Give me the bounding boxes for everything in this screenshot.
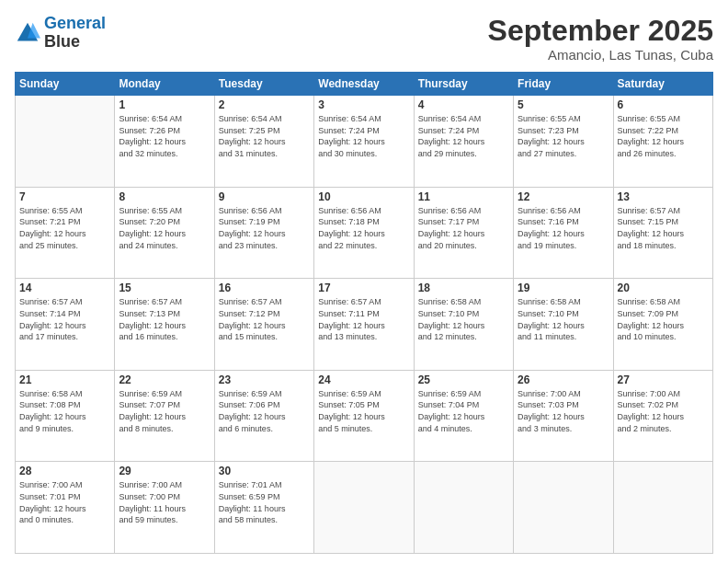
day-info: Sunrise: 7:00 AM Sunset: 7:00 PM Dayligh…	[119, 479, 210, 525]
day-info: Sunrise: 7:00 AM Sunset: 7:01 PM Dayligh…	[19, 479, 110, 525]
day-number: 22	[119, 373, 210, 386]
day-number: 29	[119, 465, 210, 477]
calendar-cell: 3Sunrise: 6:54 AM Sunset: 7:24 PM Daylig…	[314, 96, 414, 188]
calendar-cell: 23Sunrise: 6:59 AM Sunset: 7:06 PM Dayli…	[214, 370, 313, 462]
day-info: Sunrise: 6:58 AM Sunset: 7:09 PM Dayligh…	[618, 296, 709, 342]
day-number: 3	[318, 98, 409, 111]
calendar-week-row: 21Sunrise: 6:58 AM Sunset: 7:08 PM Dayli…	[16, 370, 713, 462]
day-info: Sunrise: 6:55 AM Sunset: 7:20 PM Dayligh…	[119, 205, 210, 251]
calendar-cell: 12Sunrise: 6:56 AM Sunset: 7:16 PM Dayli…	[514, 187, 613, 279]
calendar-cell: 6Sunrise: 6:55 AM Sunset: 7:22 PM Daylig…	[613, 96, 712, 188]
calendar-cell: 13Sunrise: 6:57 AM Sunset: 7:15 PM Dayli…	[613, 187, 712, 279]
day-number: 25	[418, 373, 509, 386]
calendar-cell	[16, 96, 115, 188]
day-number: 23	[219, 373, 310, 386]
logo: General Blue	[15, 15, 106, 52]
day-number: 20	[618, 282, 709, 294]
calendar-cell: 24Sunrise: 6:59 AM Sunset: 7:05 PM Dayli…	[314, 370, 414, 462]
day-number: 19	[518, 282, 609, 294]
day-info: Sunrise: 6:58 AM Sunset: 7:10 PM Dayligh…	[418, 296, 509, 342]
calendar-week-row: 14Sunrise: 6:57 AM Sunset: 7:14 PM Dayli…	[16, 279, 713, 371]
calendar-cell	[514, 462, 613, 554]
calendar-week-row: 28Sunrise: 7:00 AM Sunset: 7:01 PM Dayli…	[16, 462, 713, 554]
logo-line2: Blue	[44, 33, 106, 52]
day-number: 9	[219, 190, 310, 203]
day-number: 2	[219, 98, 310, 111]
day-info: Sunrise: 6:57 AM Sunset: 7:12 PM Dayligh…	[219, 296, 310, 342]
logo-text: General Blue	[44, 15, 106, 52]
calendar-cell: 8Sunrise: 6:55 AM Sunset: 7:20 PM Daylig…	[115, 187, 214, 279]
day-info: Sunrise: 6:59 AM Sunset: 7:04 PM Dayligh…	[418, 388, 509, 434]
calendar-header-row: SundayMondayTuesdayWednesdayThursdayFrid…	[16, 73, 713, 96]
day-number: 5	[518, 98, 609, 111]
day-number: 21	[19, 373, 110, 386]
calendar-cell: 19Sunrise: 6:58 AM Sunset: 7:10 PM Dayli…	[514, 279, 613, 371]
day-number: 28	[19, 465, 110, 477]
day-info: Sunrise: 6:54 AM Sunset: 7:25 PM Dayligh…	[219, 113, 310, 159]
month-title: September 2025	[488, 15, 713, 47]
day-number: 8	[119, 190, 210, 203]
day-info: Sunrise: 6:56 AM Sunset: 7:16 PM Dayligh…	[518, 205, 609, 251]
calendar-cell: 14Sunrise: 6:57 AM Sunset: 7:14 PM Dayli…	[16, 279, 115, 371]
day-number: 18	[418, 282, 509, 294]
day-info: Sunrise: 6:55 AM Sunset: 7:21 PM Dayligh…	[19, 205, 110, 251]
calendar-cell: 17Sunrise: 6:57 AM Sunset: 7:11 PM Dayli…	[314, 279, 414, 371]
calendar-cell: 5Sunrise: 6:55 AM Sunset: 7:23 PM Daylig…	[514, 96, 613, 188]
day-info: Sunrise: 6:54 AM Sunset: 7:24 PM Dayligh…	[418, 113, 509, 159]
day-number: 12	[518, 190, 609, 203]
calendar-cell	[314, 462, 414, 554]
calendar-week-row: 1Sunrise: 6:54 AM Sunset: 7:26 PM Daylig…	[16, 96, 713, 188]
day-number: 16	[219, 282, 310, 294]
calendar-cell: 1Sunrise: 6:54 AM Sunset: 7:26 PM Daylig…	[115, 96, 214, 188]
day-number: 1	[119, 98, 210, 111]
day-info: Sunrise: 6:57 AM Sunset: 7:11 PM Dayligh…	[318, 296, 409, 342]
day-number: 26	[518, 373, 609, 386]
day-number: 7	[19, 190, 110, 203]
calendar-weekday-saturday: Saturday	[613, 73, 712, 96]
day-number: 6	[618, 98, 709, 111]
day-info: Sunrise: 6:56 AM Sunset: 7:18 PM Dayligh…	[318, 205, 409, 251]
calendar-cell: 10Sunrise: 6:56 AM Sunset: 7:18 PM Dayli…	[314, 187, 414, 279]
day-number: 17	[318, 282, 409, 294]
day-number: 27	[618, 373, 709, 386]
calendar-cell: 26Sunrise: 7:00 AM Sunset: 7:03 PM Dayli…	[514, 370, 613, 462]
calendar-weekday-monday: Monday	[115, 73, 214, 96]
logo-line1: General	[44, 14, 106, 32]
calendar-week-row: 7Sunrise: 6:55 AM Sunset: 7:21 PM Daylig…	[16, 187, 713, 279]
day-info: Sunrise: 6:57 AM Sunset: 7:13 PM Dayligh…	[119, 296, 210, 342]
calendar-cell: 25Sunrise: 6:59 AM Sunset: 7:04 PM Dayli…	[414, 370, 513, 462]
calendar-weekday-sunday: Sunday	[16, 73, 115, 96]
calendar-weekday-wednesday: Wednesday	[314, 73, 414, 96]
logo-icon	[15, 20, 40, 46]
location-title: Amancio, Las Tunas, Cuba	[488, 47, 713, 63]
day-info: Sunrise: 7:01 AM Sunset: 6:59 PM Dayligh…	[219, 479, 310, 525]
calendar-cell: 7Sunrise: 6:55 AM Sunset: 7:21 PM Daylig…	[16, 187, 115, 279]
calendar-weekday-thursday: Thursday	[414, 73, 513, 96]
day-info: Sunrise: 6:59 AM Sunset: 7:07 PM Dayligh…	[119, 388, 210, 434]
day-number: 10	[318, 190, 409, 203]
day-info: Sunrise: 7:00 AM Sunset: 7:03 PM Dayligh…	[518, 388, 609, 434]
calendar-cell: 30Sunrise: 7:01 AM Sunset: 6:59 PM Dayli…	[214, 462, 313, 554]
day-info: Sunrise: 6:59 AM Sunset: 7:06 PM Dayligh…	[219, 388, 310, 434]
day-info: Sunrise: 6:59 AM Sunset: 7:05 PM Dayligh…	[318, 388, 409, 434]
calendar-cell: 11Sunrise: 6:56 AM Sunset: 7:17 PM Dayli…	[414, 187, 513, 279]
day-info: Sunrise: 6:56 AM Sunset: 7:17 PM Dayligh…	[418, 205, 509, 251]
header: General Blue September 2025 Amancio, Las…	[15, 15, 713, 63]
day-info: Sunrise: 6:57 AM Sunset: 7:15 PM Dayligh…	[618, 205, 709, 251]
calendar-cell: 21Sunrise: 6:58 AM Sunset: 7:08 PM Dayli…	[16, 370, 115, 462]
day-info: Sunrise: 6:55 AM Sunset: 7:23 PM Dayligh…	[518, 113, 609, 159]
day-number: 11	[418, 190, 509, 203]
calendar-cell: 18Sunrise: 6:58 AM Sunset: 7:10 PM Dayli…	[414, 279, 513, 371]
calendar-cell: 15Sunrise: 6:57 AM Sunset: 7:13 PM Dayli…	[115, 279, 214, 371]
calendar-cell: 22Sunrise: 6:59 AM Sunset: 7:07 PM Dayli…	[115, 370, 214, 462]
calendar-weekday-friday: Friday	[514, 73, 613, 96]
calendar-cell: 29Sunrise: 7:00 AM Sunset: 7:00 PM Dayli…	[115, 462, 214, 554]
day-info: Sunrise: 6:57 AM Sunset: 7:14 PM Dayligh…	[19, 296, 110, 342]
calendar-cell: 4Sunrise: 6:54 AM Sunset: 7:24 PM Daylig…	[414, 96, 513, 188]
calendar-cell: 2Sunrise: 6:54 AM Sunset: 7:25 PM Daylig…	[214, 96, 313, 188]
day-number: 30	[219, 465, 310, 477]
day-info: Sunrise: 7:00 AM Sunset: 7:02 PM Dayligh…	[618, 388, 709, 434]
day-info: Sunrise: 6:54 AM Sunset: 7:26 PM Dayligh…	[119, 113, 210, 159]
day-number: 4	[418, 98, 509, 111]
day-info: Sunrise: 6:58 AM Sunset: 7:10 PM Dayligh…	[518, 296, 609, 342]
